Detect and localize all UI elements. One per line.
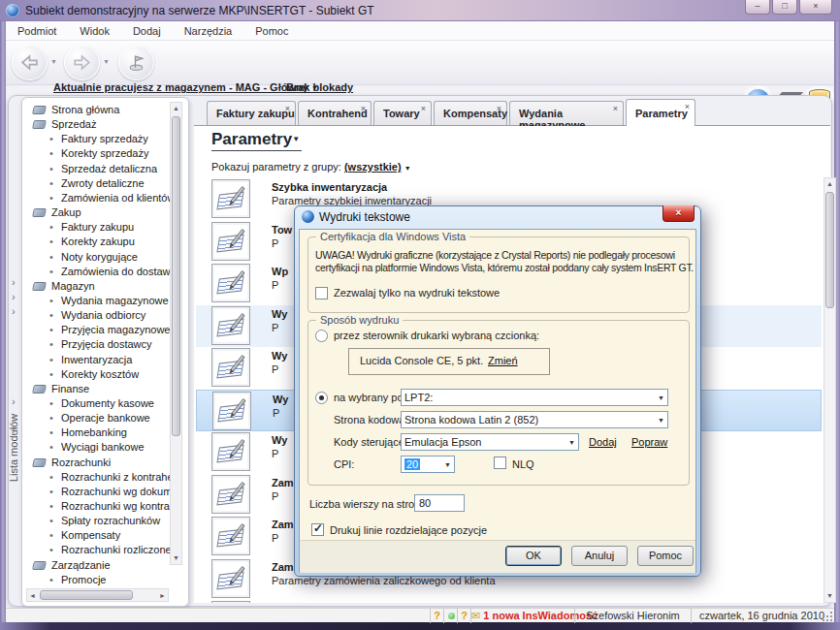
tab-close-icon[interactable]: ×: [421, 104, 426, 113]
flag-button[interactable]: [118, 45, 154, 80]
tree-item[interactable]: Przyjęcia dostawcy: [24, 337, 170, 352]
scroll-down-icon[interactable]: ▼: [173, 554, 179, 561]
tree-item[interactable]: Korekty sprzedaży: [24, 146, 170, 161]
separator-lines-checkbox-label[interactable]: Drukuj linie rozdzielające pozycje: [330, 524, 487, 536]
menu-widok[interactable]: Widok: [80, 25, 110, 37]
change-font-link[interactable]: Zmień: [488, 355, 518, 366]
cancel-button[interactable]: Anuluj: [571, 546, 628, 566]
dialog-close-button[interactable]: ×: [662, 205, 695, 222]
tree-vertical-scrollbar[interactable]: ▲ ▼: [170, 102, 182, 565]
tree-item[interactable]: Operacje bankowe: [24, 411, 170, 425]
scroll-down-icon[interactable]: ▼: [826, 592, 833, 599]
scroll-thumb[interactable]: [172, 116, 180, 436]
cpi-select[interactable]: 20 ▼: [401, 456, 455, 473]
port-select[interactable]: LPT2: ▼: [401, 389, 668, 406]
dropdown-arrow-icon[interactable]: ▼: [658, 394, 664, 401]
tab-close-icon[interactable]: ×: [613, 104, 618, 113]
tab-parametry[interactable]: Parametry×: [626, 99, 695, 126]
tree-group[interactable]: Strona główna: [24, 103, 170, 117]
tree-item[interactable]: Homebanking: [24, 425, 170, 440]
tree-group[interactable]: Zarządzanie: [24, 558, 170, 573]
help-question-icon[interactable]: ?: [457, 609, 470, 623]
tab-close-icon[interactable]: ×: [497, 104, 501, 113]
tree-group[interactable]: Rozrachunki: [24, 456, 170, 470]
tree-item[interactable]: Korekty zakupu: [24, 235, 170, 249]
dropdown-arrow-icon[interactable]: ▼: [444, 461, 451, 468]
tree-item[interactable]: Przyjęcia magazynowe: [24, 323, 170, 337]
tab-faktury-zakupu[interactable]: Faktury zakupu×: [207, 101, 296, 125]
chevron-right-icon[interactable]: ›: [12, 291, 16, 302]
tree-item[interactable]: Wyciągi bankowe: [24, 440, 170, 455]
tab-kontrahend[interactable]: Kontrahend×: [298, 101, 372, 125]
tree-item[interactable]: Kompensaty: [24, 528, 170, 543]
chevron-right-icon[interactable]: ›: [12, 305, 16, 317]
tree-item[interactable]: Zamówienia od klientów: [24, 191, 170, 205]
forward-arrow-dropdown-icon[interactable]: ▼: [103, 58, 110, 65]
tree-item[interactable]: Inwentaryzacja: [24, 353, 170, 367]
text-only-checkbox[interactable]: [315, 287, 328, 299]
chevron-right-icon[interactable]: ›: [12, 410, 16, 422]
tree-item[interactable]: Promocje: [24, 573, 170, 587]
dropdown-arrow-icon[interactable]: ▼: [568, 439, 575, 446]
tree-item[interactable]: Sprzedaż detaliczna: [24, 162, 170, 176]
tree-group[interactable]: Zakup: [24, 205, 170, 220]
scroll-up-icon[interactable]: ▲: [826, 180, 833, 187]
tree-item[interactable]: Faktury sprzedaży: [24, 132, 170, 146]
tree-item[interactable]: Noty korygujące: [24, 250, 170, 265]
forward-arrow-button[interactable]: [64, 45, 100, 80]
lock-status-link[interactable]: Brak blokady: [286, 81, 353, 93]
parameter-row-partial[interactable]: [196, 600, 822, 603]
tree-item[interactable]: Dokumenty kasowe: [24, 396, 170, 411]
tree-horizontal-scrollbar[interactable]: ◄ ►: [26, 588, 169, 602]
tab-close-icon[interactable]: ×: [685, 102, 690, 111]
tree-item[interactable]: Wydania odbiorcy: [24, 308, 170, 323]
chevron-right-icon[interactable]: ›: [12, 425, 16, 436]
filter-value-link[interactable]: (wszystkie): [344, 161, 402, 173]
menu-narzedzia[interactable]: Narzędzia: [184, 25, 233, 37]
tab-close-icon[interactable]: ×: [285, 104, 290, 113]
list-vertical-scrollbar[interactable]: ▲ ▼: [824, 177, 836, 603]
close-button[interactable]: ×: [799, 0, 832, 15]
menu-pomoc[interactable]: Pomoc: [255, 25, 288, 37]
tree-group[interactable]: Magazyn: [24, 279, 170, 294]
ok-button[interactable]: OK: [505, 546, 562, 566]
tree-item[interactable]: Rozrachunki wg kontraher: [24, 499, 170, 514]
tree-item[interactable]: Zwroty detaliczne: [24, 176, 170, 191]
add-codes-link[interactable]: Dodaj: [589, 436, 617, 448]
tree-group[interactable]: Finanse: [24, 382, 170, 396]
scroll-up-icon[interactable]: ▲: [173, 105, 179, 111]
dropdown-arrow-icon[interactable]: ▼: [658, 417, 664, 424]
chevron-right-icon[interactable]: ›: [12, 276, 16, 288]
chevron-right-icon[interactable]: ›: [12, 395, 16, 407]
active-warehouse-link[interactable]: Aktualnie pracujesz z magazynem - MAG - …: [53, 81, 318, 93]
resize-grip-icon[interactable]: [823, 612, 832, 621]
separator-lines-checkbox[interactable]: ✓: [311, 523, 324, 536]
tab-kompensaty[interactable]: Kompensaty×: [434, 101, 507, 125]
text-only-checkbox-label[interactable]: Zezwalaj tylko na wydruki tekstowe: [334, 287, 500, 299]
tree-group[interactable]: Sprzedaż: [24, 117, 170, 132]
tree-item[interactable]: Faktury zakupu: [24, 220, 170, 235]
tree-item[interactable]: Korekty kosztów: [24, 367, 170, 382]
tree-item[interactable]: Spłaty rozrachunków: [24, 514, 170, 528]
back-arrow-button[interactable]: [12, 45, 48, 80]
codepage-select[interactable]: Strona kodowa Latin 2 (852) ▼: [401, 411, 668, 428]
scroll-right-icon[interactable]: ►: [159, 592, 166, 599]
driver-radio[interactable]: [315, 330, 328, 342]
tab-wydania-magazynowe[interactable]: Wydania magazynowe×: [509, 101, 624, 125]
edit-codes-link[interactable]: Popraw: [631, 436, 667, 448]
scroll-left-icon[interactable]: ◄: [29, 592, 36, 599]
page-title[interactable]: Parametry▼: [211, 130, 302, 151]
tab-close-icon[interactable]: ×: [361, 104, 366, 113]
control-codes-select[interactable]: Emulacja Epson ▼: [401, 433, 579, 451]
tree-item[interactable]: Zamówienia do dostawcó: [24, 265, 170, 279]
tree-item[interactable]: Wydania magazynowe: [24, 294, 170, 308]
nlq-checkbox[interactable]: [494, 457, 506, 469]
help-button[interactable]: Pomoc: [637, 546, 694, 566]
message-cell[interactable]: ✉ 1 nowa InsWiadomość: [470, 609, 574, 623]
driver-radio-label[interactable]: przez sterownik drukarki wybraną czcionk…: [334, 330, 539, 341]
lines-per-page-input[interactable]: 80: [414, 494, 465, 512]
tab-towary[interactable]: Towary×: [373, 101, 432, 125]
tree-item[interactable]: Rozrachunki z kontrahente: [24, 470, 170, 485]
menu-podmiot[interactable]: Podmiot: [17, 25, 56, 37]
tree-item[interactable]: Rozrachunki rozliczone: [24, 543, 170, 557]
